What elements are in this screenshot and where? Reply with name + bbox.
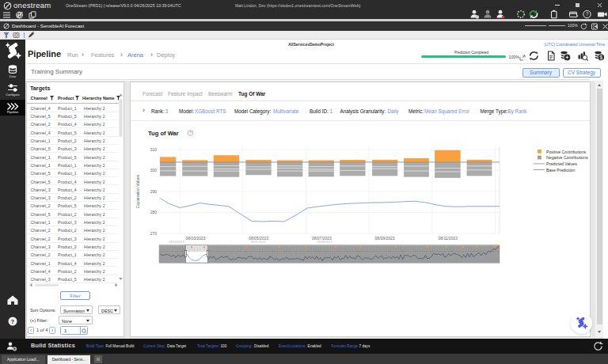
svg-text:270: 270 [150, 231, 158, 236]
svg-text:280: 280 [150, 210, 158, 214]
svg-text:Tug of War: Tug of War [148, 130, 179, 137]
svg-text:Base Prediction: Base Prediction [546, 168, 575, 173]
svg-text:08/03/2023: 08/03/2023 [185, 236, 205, 241]
svg-text:08/03/2023: 08/03/2023 [169, 241, 184, 244]
svg-text:?: ? [189, 131, 192, 135]
svg-text:08/21/2023: 08/21/2023 [250, 241, 265, 244]
svg-text:$: $ [600, 55, 603, 60]
svg-text:08/11/2023: 08/11/2023 [438, 236, 458, 241]
svg-text:310: 310 [150, 147, 158, 152]
svg-text:?: ? [586, 11, 589, 17]
svg-text:Explanation Values: Explanation Values [135, 174, 140, 208]
svg-text:Pipeline: Pipeline [7, 110, 19, 114]
svg-text:Data: Data [10, 74, 17, 78]
svg-text:08/09/2023: 08/09/2023 [375, 236, 395, 241]
svg-text:Predicted Values: Predicted Values [546, 161, 577, 166]
svg-text:09/08/2023: 09/08/2023 [317, 241, 332, 244]
svg-text:Negative Contributions: Negative Contributions [546, 155, 588, 160]
svg-text:300: 300 [150, 168, 158, 173]
svg-text:Positive Contributions: Positive Contributions [546, 150, 587, 154]
svg-text:290: 290 [150, 189, 158, 194]
svg-text:Configure: Configure [6, 93, 20, 97]
svg-text:?: ? [11, 319, 14, 324]
